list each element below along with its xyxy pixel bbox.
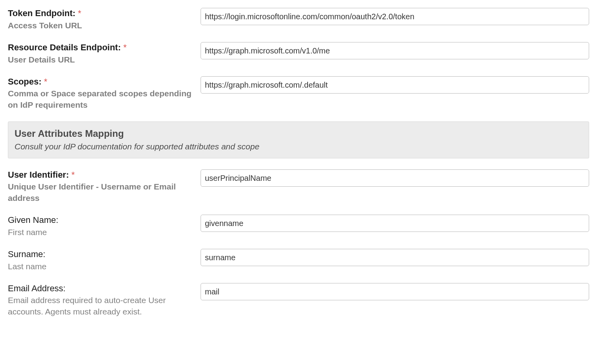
given-name-input-col <box>201 215 589 232</box>
surname-label: Surname: <box>8 249 193 260</box>
given-name-sublabel: First name <box>8 227 193 238</box>
given-name-label-col: Given Name: First name <box>8 215 201 238</box>
surname-input-col <box>201 249 589 266</box>
resource-endpoint-input-col <box>201 42 589 59</box>
resource-endpoint-sublabel: User Details URL <box>8 54 193 65</box>
email-row: Email Address: Email address required to… <box>8 283 589 317</box>
email-label-col: Email Address: Email address required to… <box>8 283 201 317</box>
token-endpoint-row: Token Endpoint: * Access Token URL <box>8 8 589 31</box>
required-indicator: * <box>44 77 48 86</box>
scopes-row: Scopes: * Comma or Space separated scope… <box>8 76 589 110</box>
token-endpoint-input[interactable] <box>201 8 589 25</box>
given-name-input[interactable] <box>201 215 589 232</box>
user-identifier-row: User Identifier: * Unique User Identifie… <box>8 169 589 204</box>
user-identifier-input-col <box>201 169 589 187</box>
resource-endpoint-label: Resource Details Endpoint: * <box>8 42 193 53</box>
resource-endpoint-input[interactable] <box>201 42 589 59</box>
user-identifier-label-col: User Identifier: * Unique User Identifie… <box>8 169 201 204</box>
section-subtitle: Consult your IdP documentation for suppo… <box>15 141 582 152</box>
scopes-label: Scopes: * <box>8 76 193 88</box>
email-label: Email Address: <box>8 283 193 294</box>
surname-label-col: Surname: Last name <box>8 249 201 272</box>
given-name-label: Given Name: <box>8 215 193 226</box>
surname-row: Surname: Last name <box>8 249 589 272</box>
given-name-row: Given Name: First name <box>8 215 589 238</box>
surname-sublabel: Last name <box>8 261 193 272</box>
email-input-col <box>201 283 589 300</box>
token-endpoint-sublabel: Access Token URL <box>8 20 193 31</box>
scopes-label-col: Scopes: * Comma or Space separated scope… <box>8 76 201 110</box>
token-endpoint-label: Token Endpoint: * <box>8 8 193 19</box>
resource-endpoint-row: Resource Details Endpoint: * User Detail… <box>8 42 589 65</box>
scopes-label-text: Scopes: <box>8 77 42 86</box>
token-endpoint-label-text: Token Endpoint: <box>8 8 76 18</box>
resource-endpoint-label-col: Resource Details Endpoint: * User Detail… <box>8 42 201 65</box>
user-attributes-mapping-section: User Attributes Mapping Consult your IdP… <box>8 121 589 158</box>
required-indicator: * <box>123 42 127 52</box>
user-identifier-sublabel: Unique User Identifier - Username or Ema… <box>8 181 193 204</box>
user-identifier-label-text: User Identifier: <box>8 170 69 180</box>
scopes-input-col <box>201 76 589 94</box>
required-indicator: * <box>71 170 75 180</box>
surname-input[interactable] <box>201 249 589 266</box>
user-identifier-label: User Identifier: * <box>8 169 193 181</box>
scopes-sublabel: Comma or Space separated scopes dependin… <box>8 88 193 110</box>
token-endpoint-label-col: Token Endpoint: * Access Token URL <box>8 8 201 31</box>
email-input[interactable] <box>201 283 589 300</box>
required-indicator: * <box>78 8 81 18</box>
token-endpoint-input-col <box>201 8 589 25</box>
user-identifier-input[interactable] <box>201 169 589 187</box>
resource-endpoint-label-text: Resource Details Endpoint: <box>8 42 121 52</box>
scopes-input[interactable] <box>201 76 589 94</box>
email-sublabel: Email address required to auto-create Us… <box>8 295 193 317</box>
section-title: User Attributes Mapping <box>15 127 582 140</box>
